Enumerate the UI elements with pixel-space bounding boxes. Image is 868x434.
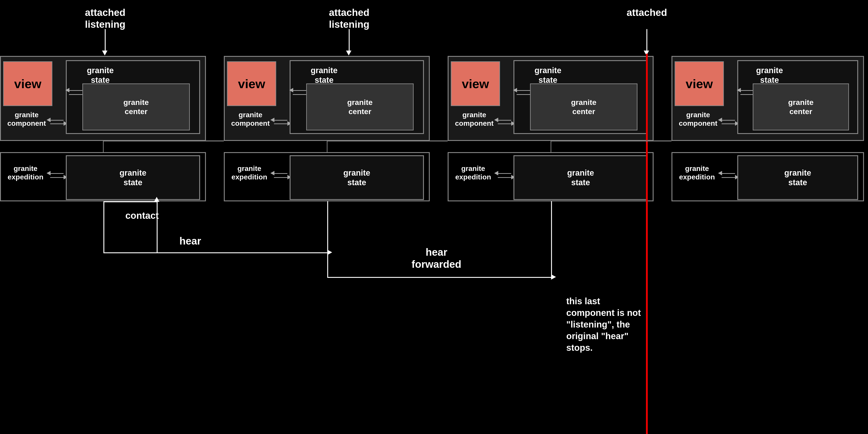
inner-arrowhead-left-1 [65, 88, 69, 92]
connector-v-3 [551, 140, 551, 153]
view-box-4: view [675, 61, 724, 106]
expedition-block-2: graniteexpedition granitestate [224, 152, 430, 201]
arrowhead-down-col3 [346, 51, 351, 56]
granite-state-label-2: granitestate [293, 66, 355, 85]
granite-component-label-2: granitecomponent [227, 110, 274, 128]
gc-arrow-left-2 [274, 120, 287, 121]
hearfwd-v-up [551, 201, 552, 277]
state-box-3: granitestate granitecenter [514, 60, 648, 134]
expedition-block-1: graniteexpedition granitestate [0, 152, 206, 201]
connector-top-1-2 [103, 140, 224, 141]
granite-center-box-4: granitecenter [753, 84, 849, 130]
granite-expedition-label-4: graniteexpedition [675, 164, 719, 181]
exp-arrow-left-3 [498, 173, 511, 174]
connector-top-2-3 [327, 140, 448, 141]
view-label-3: view [462, 76, 489, 91]
exp-arrow-left-1 [50, 173, 64, 174]
contact-arrowhead-up [154, 197, 159, 202]
hear-forwarded-label: hear forwarded [380, 246, 492, 270]
inner-arrow-h-1 [69, 90, 82, 91]
exp-arrow-right-3 [498, 177, 511, 178]
hearfwd-v-down [327, 201, 328, 277]
gc-arrow-right-4 [722, 124, 735, 124]
state-box-4: granitestate granitecenter [737, 60, 858, 134]
arrow-down-col3 [349, 29, 350, 52]
granite-state-label-3: granitestate [517, 66, 579, 85]
granite-state-label-1: granitestate [69, 66, 132, 85]
contact-bracket-h [103, 201, 157, 202]
exp-state-label-3: granitestate [567, 168, 594, 187]
component-block-2: view granitecomponent granitestate grani… [224, 56, 430, 141]
exp-state-label-2: granitestate [343, 168, 370, 187]
connector-v-2 [327, 140, 328, 153]
exp-state-box-1: granitestate [66, 155, 200, 200]
note-text: this last component is not "listening", … [566, 295, 710, 354]
inner-arrowhead-left-3 [513, 88, 517, 92]
granite-expedition-label-1: graniteexpedition [3, 164, 48, 181]
exp-arrowhead-left-3 [494, 171, 498, 175]
inner-arrow-h-2 [293, 90, 306, 91]
exp-arrow-right-2 [274, 177, 287, 178]
exp-arrow-right-4 [722, 177, 735, 178]
gc-arrowhead-left-2 [270, 118, 274, 122]
view-label-1: view [14, 76, 41, 91]
col2-label: attached listening [76, 7, 134, 30]
expedition-block-4: graniteexpedition granitestate [672, 152, 864, 201]
red-vertical-line [646, 54, 648, 434]
granite-center-label-4: granitecenter [788, 98, 813, 116]
exp-arrowhead-left-4 [718, 171, 722, 175]
connector-v-1 [103, 140, 104, 153]
exp-arrowhead-left-2 [270, 171, 274, 175]
granite-expedition-label-2: graniteexpedition [227, 164, 272, 181]
exp-state-label-1: granitestate [120, 168, 146, 187]
hear-h-line [103, 252, 327, 253]
component-block-3: view granitecomponent granitestate grani… [448, 56, 654, 141]
view-label-4: view [686, 76, 713, 91]
exp-arrow-right-1 [50, 177, 64, 178]
gc-arrowhead-left-3 [494, 118, 498, 122]
gc-arrowhead-left-4 [718, 118, 722, 122]
arrow-down-col4 [646, 29, 647, 52]
granite-component-label-4: granitecomponent [675, 110, 722, 128]
gc-arrow-left-3 [498, 120, 511, 121]
gc-arrow-left-1 [50, 120, 64, 121]
col4-label: attached [618, 7, 676, 19]
exp-state-box-3: granitestate [514, 155, 648, 200]
state-box-1: granitestate granitecenter [66, 60, 200, 134]
component-block-1: view granitecomponent granitestate grani… [0, 56, 206, 141]
gc-arrowhead-left-1 [46, 118, 51, 122]
granite-center-label-1: granitecenter [123, 98, 149, 116]
granite-component-label-1: granitecomponent [3, 110, 50, 128]
contact-bracket-v [157, 201, 158, 252]
granite-component-label-3: granitecomponent [451, 110, 498, 128]
component-block-4: view granitecomponent granitestate grani… [672, 56, 864, 141]
exp-state-box-2: granitestate [290, 155, 424, 200]
hear-v-down [103, 201, 104, 253]
expedition-block-3: graniteexpedition granitestate [448, 152, 654, 201]
gc-arrow-right-3 [498, 124, 511, 124]
granite-center-box-2: granitecenter [306, 84, 414, 130]
gc-arrow-right-1 [50, 124, 64, 124]
granite-state-label-4: granitestate [740, 66, 799, 85]
granite-center-box-3: granitecenter [530, 84, 638, 130]
contact-label: contact [125, 210, 159, 221]
diagram: attached listening attached listening at… [0, 0, 868, 434]
col3-label: attached listening [320, 7, 378, 30]
granite-center-label-2: granitecenter [347, 98, 372, 116]
inner-arrow-h-4 [740, 90, 753, 91]
inner-arrow-h2-3 [517, 94, 530, 95]
gc-arrow-right-2 [274, 124, 287, 124]
inner-arrow-h2-4 [740, 94, 753, 95]
inner-arrowhead-left-4 [737, 88, 741, 92]
view-box-1: view [3, 61, 52, 106]
exp-state-box-4: granitestate [737, 155, 858, 200]
inner-arrow-h2-1 [69, 94, 82, 95]
inner-arrow-h-3 [517, 90, 530, 91]
gc-arrow-left-4 [722, 120, 735, 121]
inner-arrowhead-left-2 [289, 88, 293, 92]
view-box-3: view [451, 61, 500, 106]
hearfwd-h-line [327, 277, 551, 278]
exp-state-label-4: granitestate [784, 168, 811, 187]
exp-arrow-left-2 [274, 173, 287, 174]
view-box-2: view [227, 61, 276, 106]
